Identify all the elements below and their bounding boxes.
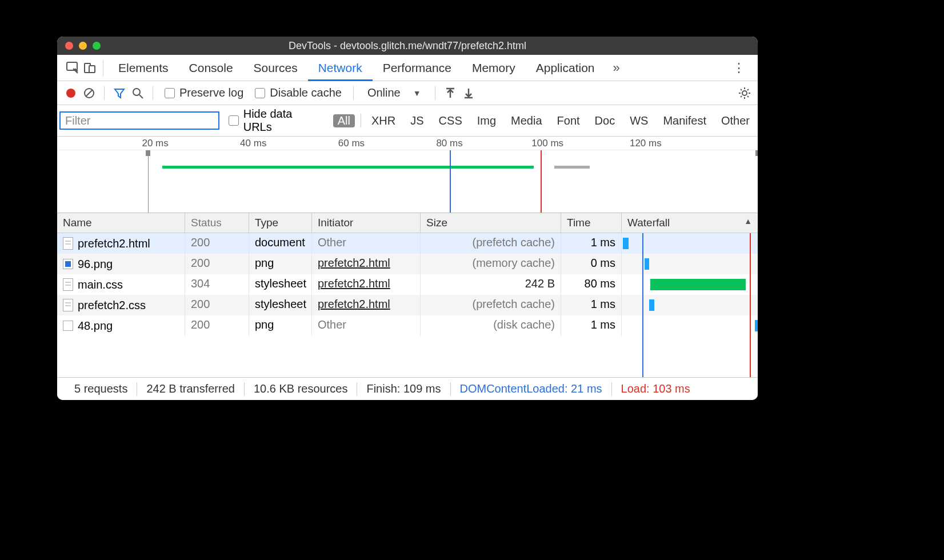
col-type[interactable]: Type: [249, 213, 312, 233]
filter-chip-img[interactable]: Img: [473, 114, 501, 127]
waterfall-bar: [649, 299, 655, 311]
overview-timeline[interactable]: 20 ms40 ms60 ms80 ms100 ms120 ms: [57, 137, 758, 213]
overview-tick: 20 ms: [142, 138, 168, 149]
filter-toggle-icon[interactable]: [113, 87, 126, 99]
overview-tick: 100 ms: [531, 138, 563, 149]
table-row[interactable]: main.css304stylesheetprefetch2.html242 B…: [57, 274, 758, 295]
waterfall-cell: [622, 315, 758, 336]
waterfall-cell: [622, 233, 758, 254]
requests-table: Name Status Type Initiator Size Time Wat…: [57, 213, 758, 377]
initiator-text: Other: [318, 236, 346, 249]
initiator-link[interactable]: prefetch2.html: [318, 257, 390, 269]
col-name[interactable]: Name: [57, 213, 185, 233]
request-status: 200: [185, 254, 249, 274]
table-row[interactable]: 48.png200pngOther(disk cache)1 ms: [57, 315, 758, 336]
tab-performance[interactable]: Performance: [373, 55, 462, 81]
request-size: (prefetch cache): [421, 233, 561, 254]
request-name: prefetch2.html: [78, 237, 150, 250]
waterfall-cell: [622, 295, 758, 315]
request-status: 200: [185, 233, 249, 254]
minimize-window-button[interactable]: [79, 42, 87, 50]
zoom-window-button[interactable]: [93, 42, 101, 50]
filter-input[interactable]: [59, 111, 219, 130]
col-time[interactable]: Time: [561, 213, 622, 233]
filter-chip-js[interactable]: JS: [406, 114, 428, 127]
status-load: Load: 103 ms: [612, 382, 699, 395]
window-title: DevTools - devtools.glitch.me/wndt77/pre…: [57, 40, 758, 52]
initiator-link[interactable]: prefetch2.html: [318, 298, 390, 310]
tab-sources[interactable]: Sources: [243, 55, 308, 81]
hide-data-urls-checkbox[interactable]: Hide data URLs: [225, 107, 327, 134]
filter-chip-manifest[interactable]: Manifest: [658, 114, 711, 127]
status-bar: 5 requests 242 B transferred 10.6 KB res…: [57, 377, 758, 400]
svg-line-14: [741, 89, 742, 90]
waterfall-bar: [623, 238, 629, 249]
request-type: stylesheet: [249, 295, 312, 315]
col-size[interactable]: Size: [421, 213, 561, 233]
tab-application[interactable]: Application: [526, 55, 605, 81]
filter-chip-other[interactable]: Other: [717, 114, 754, 127]
col-status[interactable]: Status: [185, 213, 249, 233]
request-time: 1 ms: [561, 295, 622, 315]
record-button[interactable]: [64, 89, 78, 98]
request-size: 242 B: [421, 274, 561, 295]
checkbox-box: [165, 88, 175, 98]
tab-elements[interactable]: Elements: [108, 55, 179, 81]
customize-devtools-button[interactable]: ⋮: [727, 61, 751, 75]
table-row[interactable]: prefetch2.css200stylesheetprefetch2.html…: [57, 295, 758, 315]
table-header: Name Status Type Initiator Size Time Wat…: [57, 213, 758, 233]
filter-chip-all[interactable]: All: [333, 114, 355, 127]
filter-chip-ws[interactable]: WS: [625, 114, 653, 127]
devtools-window: DevTools - devtools.glitch.me/wndt77/pre…: [57, 37, 758, 400]
request-type: png: [249, 315, 312, 336]
inspect-element-icon[interactable]: [64, 62, 81, 74]
request-status: 304: [185, 274, 249, 295]
filter-chip-css[interactable]: CSS: [434, 114, 467, 127]
waterfall-bar: [645, 258, 649, 270]
svg-line-15: [747, 96, 749, 97]
export-har-icon[interactable]: [462, 87, 475, 99]
filter-chip-doc[interactable]: Doc: [590, 114, 620, 127]
device-toolbar-icon[interactable]: [81, 62, 98, 74]
waterfall-cell: [622, 254, 758, 274]
request-time: 0 ms: [561, 254, 622, 274]
preserve-log-checkbox[interactable]: Preserve log: [161, 86, 247, 99]
request-time: 1 ms: [561, 233, 622, 254]
tab-console[interactable]: Console: [179, 55, 243, 81]
search-icon[interactable]: [131, 87, 145, 99]
more-panels-button[interactable]: »: [605, 61, 627, 75]
panel-tabs: ElementsConsoleSourcesNetworkPerformance…: [57, 55, 758, 81]
clear-button[interactable]: [82, 87, 96, 99]
import-har-icon[interactable]: [443, 87, 457, 99]
sort-indicator-icon: ▲: [744, 217, 752, 226]
svg-line-16: [747, 89, 749, 90]
filter-chip-font[interactable]: Font: [553, 114, 585, 127]
col-initiator[interactable]: Initiator: [312, 213, 421, 233]
request-time: 1 ms: [561, 315, 622, 336]
overview-tick: 80 ms: [436, 138, 462, 149]
filter-chip-xhr[interactable]: XHR: [367, 114, 400, 127]
document-file-icon: [63, 278, 73, 291]
throttling-select[interactable]: Online ▼: [362, 86, 427, 99]
close-window-button[interactable]: [65, 42, 73, 50]
chevron-down-icon: ▼: [413, 89, 421, 98]
image-file-icon: [63, 321, 73, 331]
tab-memory[interactable]: Memory: [462, 55, 526, 81]
request-time: 80 ms: [561, 274, 622, 295]
tab-network[interactable]: Network: [308, 55, 373, 81]
filter-chip-media[interactable]: Media: [506, 114, 546, 127]
disable-cache-checkbox[interactable]: Disable cache: [251, 86, 345, 99]
request-size: (disk cache): [421, 315, 561, 336]
table-row[interactable]: prefetch2.html200documentOther(prefetch …: [57, 233, 758, 254]
document-file-icon: [63, 299, 73, 311]
waterfall-cell: [622, 274, 758, 295]
col-waterfall[interactable]: Waterfall▲: [622, 213, 758, 233]
overview-dcl-line: [450, 150, 451, 213]
request-name: 48.png: [78, 319, 113, 333]
status-finish: Finish: 109 ms: [357, 382, 450, 395]
network-settings-icon[interactable]: [738, 87, 751, 99]
initiator-link[interactable]: prefetch2.html: [318, 277, 390, 290]
filter-bar: Hide data URLs AllXHRJSCSSImgMediaFontDo…: [57, 105, 758, 137]
status-resources: 10.6 KB resources: [245, 382, 357, 395]
table-row[interactable]: 96.png200pngprefetch2.html(memory cache)…: [57, 254, 758, 274]
